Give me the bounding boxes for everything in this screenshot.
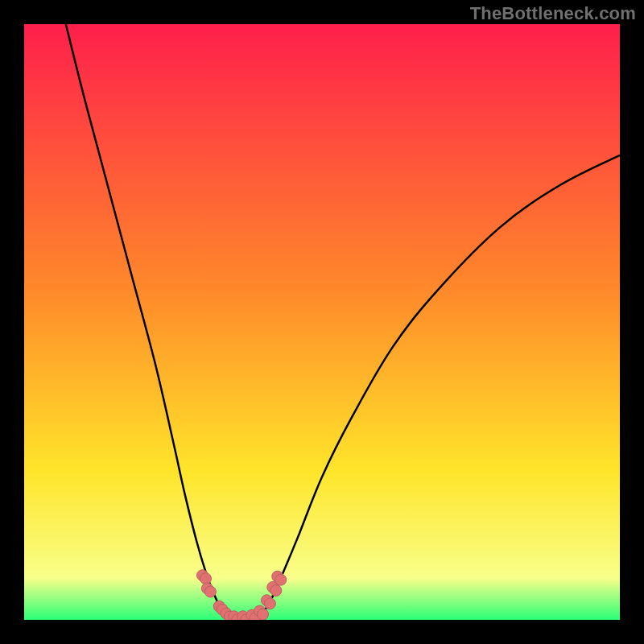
gradient-bg xyxy=(24,24,620,620)
svg-point-3 xyxy=(204,586,216,597)
svg-point-21 xyxy=(275,574,287,585)
svg-point-17 xyxy=(264,598,275,609)
svg-point-1 xyxy=(200,573,211,584)
svg-point-19 xyxy=(270,585,282,597)
plot-area xyxy=(24,24,620,620)
chart-svg xyxy=(24,24,620,620)
chart-frame: TheBottleneck.com xyxy=(0,0,644,644)
watermark: TheBottleneck.com xyxy=(470,3,636,24)
svg-point-15 xyxy=(258,609,269,620)
